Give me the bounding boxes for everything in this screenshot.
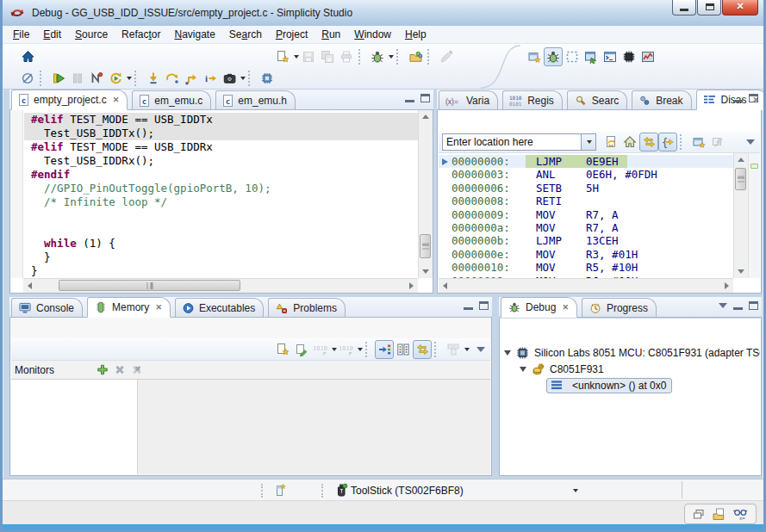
minimize-view-icon[interactable] — [733, 302, 743, 310]
dropdown-arrow-icon[interactable] — [240, 77, 246, 80]
selection-perspective-icon[interactable] — [563, 47, 582, 66]
refresh-view-icon[interactable] — [601, 133, 620, 152]
follow-execution-icon[interactable] — [639, 133, 658, 152]
location-dropdown-button[interactable] — [582, 133, 596, 151]
debug-perspective-icon[interactable] — [544, 47, 563, 66]
tab-varia[interactable]: (x)=Varia — [439, 90, 498, 109]
disassembly-row[interactable]: 0000000b:LJMP13CEH — [439, 234, 733, 247]
tree-node-unknown-at-0x0[interactable]: <unknown> () at 0x0 — [501, 377, 760, 393]
instruction-step-icon[interactable]: i — [201, 69, 220, 88]
split-panes-icon[interactable] — [394, 340, 413, 359]
disassembly-horizontal-scrollbar[interactable] — [439, 278, 733, 293]
editor-vertical-scrollbar[interactable] — [418, 110, 433, 278]
restore-trim-icon[interactable] — [693, 509, 705, 520]
tab-memory[interactable]: Memory✕ — [87, 297, 171, 318]
tab-searc[interactable]: Searc — [567, 90, 627, 109]
disassembly-row[interactable]: 0000000e:MOVR3, #01H — [439, 248, 733, 261]
remove-icon[interactable] — [111, 362, 128, 378]
dropdown-arrow-icon[interactable] — [127, 77, 132, 80]
link-monitors-icon[interactable] — [413, 340, 432, 359]
ide-perspective-icon[interactable] — [582, 47, 601, 66]
menu-source[interactable]: Source — [68, 27, 115, 42]
dropdown-arrow-icon[interactable] — [464, 348, 470, 351]
device-dropdown-icon[interactable] — [571, 489, 578, 492]
code-area[interactable]: #elif TEST_MODE == USB_IDDTx Test_USB_ID… — [24, 110, 418, 278]
view-menu-icon[interactable] — [746, 139, 755, 145]
tab-empty-project-c[interactable]: cempty_project.c✕ — [11, 90, 128, 110]
menu-project[interactable]: Project — [269, 27, 314, 42]
disassembly-row[interactable]: 0000000a:MOVR7, A — [439, 221, 733, 234]
device-label[interactable]: ToolStick (TS002F6BF8) — [351, 485, 464, 497]
camera-icon[interactable] — [220, 69, 239, 88]
tree-expander-icon[interactable] — [520, 367, 526, 372]
tree-expander-icon[interactable] — [504, 350, 511, 356]
maximize-view-icon[interactable] — [749, 301, 758, 310]
maximize-view-icon[interactable] — [749, 94, 758, 102]
disassembly-listing[interactable]: 00000000:LJMP0E9EH00000003:ANL0E6H, #0FD… — [439, 153, 733, 278]
chip-config-icon[interactable] — [258, 69, 277, 88]
tab-em-emu-h[interactable]: cem_emu.h — [215, 90, 296, 109]
tree-node-silicon-labs-8051-mcu-c8051f93[interactable]: Silicon Labs 8051 MCU: C8051F931 (adapte… — [501, 344, 760, 361]
menu-help[interactable]: Help — [398, 27, 433, 42]
dropdown-arrow-icon[interactable] — [389, 55, 394, 59]
expressions-icon[interactable]: x= — [733, 508, 748, 520]
disassembly-row[interactable]: 00000009:MOVR7, A — [439, 208, 733, 221]
new-monitor-icon[interactable] — [273, 340, 292, 359]
menu-window[interactable]: Window — [347, 27, 398, 42]
menu-run[interactable]: Run — [314, 27, 347, 42]
minimize-button[interactable] — [672, 0, 696, 15]
maximize-view-icon[interactable] — [479, 301, 489, 310]
tab-problems[interactable]: Problems — [268, 298, 346, 317]
tree-node-c8051f931[interactable]: C8051F931 — [501, 361, 760, 377]
close-button[interactable]: ✕ — [722, 0, 758, 15]
disassembly-row[interactable]: 00000010:MOVR5, #10H — [439, 261, 733, 274]
tab-executables[interactable]: Executables — [175, 298, 264, 317]
selected-stack-frame[interactable]: <unknown> () at 0x0 — [546, 378, 672, 393]
disassembly-row[interactable]: 00000006:SETB5H — [439, 182, 733, 195]
terminal-perspective-icon[interactable] — [601, 47, 620, 66]
open-perspective-icon[interactable] — [525, 47, 544, 66]
analyzer-perspective-icon[interactable] — [638, 47, 657, 66]
menu-navigate[interactable]: Navigate — [167, 27, 221, 42]
tab-progress[interactable]: Progress — [582, 298, 657, 317]
editor-horizontal-scrollbar[interactable] — [23, 278, 418, 293]
new-view-icon[interactable] — [689, 133, 708, 152]
clipboard-icon[interactable] — [713, 508, 726, 521]
overview-ruler[interactable] — [748, 153, 760, 278]
menu-refactor[interactable]: Refactor — [115, 27, 167, 42]
reset-device-icon[interactable] — [87, 69, 106, 88]
tab-break[interactable]: Break — [632, 90, 691, 109]
disassembly-row[interactable]: 00000008:RETI — [439, 195, 733, 207]
minimize-view-icon[interactable] — [733, 95, 743, 102]
minimize-view-icon[interactable] — [464, 302, 473, 310]
disassembly-vertical-scrollbar[interactable] — [733, 153, 748, 278]
titlebar[interactable]: Debug - GG_USB_IDD_ISSUE/src/empty_proje… — [3, 0, 763, 26]
dropdown-arrow-icon[interactable] — [358, 348, 363, 351]
step-return-icon[interactable] — [182, 69, 201, 88]
import-folder-icon[interactable] — [406, 47, 425, 66]
location-input[interactable] — [442, 133, 582, 151]
menu-search[interactable]: Search — [222, 27, 269, 42]
menu-edit[interactable]: Edit — [36, 27, 68, 42]
close-icon[interactable]: ✕ — [560, 303, 569, 312]
view-menu-icon[interactable] — [476, 347, 485, 352]
overview-annotation[interactable] — [750, 164, 758, 169]
home-icon[interactable] — [18, 47, 37, 66]
step-into-icon[interactable] — [144, 69, 163, 88]
switch-monitor-icon[interactable] — [375, 340, 394, 359]
remove-all-icon[interactable] — [128, 362, 146, 378]
minimize-view-icon[interactable] — [405, 95, 414, 102]
tab-debug[interactable]: Debug✕ — [501, 297, 577, 318]
monitors-list[interactable] — [11, 380, 138, 474]
tab-em-emu-c[interactable]: cem_emu.c — [132, 90, 211, 109]
restart-icon[interactable] — [106, 69, 125, 88]
show-source-icon[interactable]: { — [658, 133, 677, 152]
new-wizard-icon[interactable] — [273, 47, 292, 66]
maximize-button[interactable] — [697, 0, 721, 15]
close-icon[interactable]: ✕ — [153, 303, 162, 312]
tab-regis[interactable]: 10100101Regis — [502, 90, 563, 109]
close-icon[interactable]: ✕ — [111, 96, 120, 104]
view-menu-icon[interactable] — [719, 303, 727, 308]
new-launch-icon[interactable] — [275, 483, 287, 501]
chip-perspective-icon[interactable] — [620, 47, 638, 66]
